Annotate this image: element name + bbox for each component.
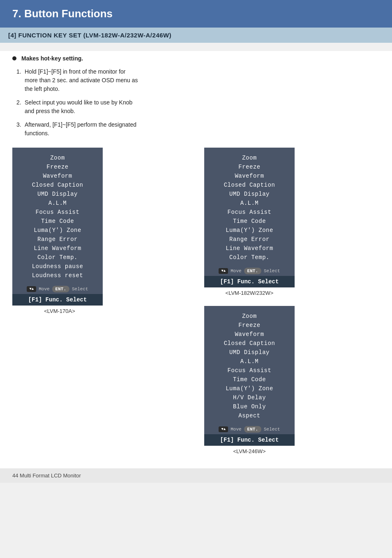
osd-item: Freeze: [204, 162, 295, 171]
osd-item: Zoom: [204, 312, 295, 321]
func-select-bar-right-bottom: [F1] Func. Select: [204, 434, 295, 446]
ent-button-left[interactable]: ENT.: [52, 286, 69, 292]
osd-item: Aspect: [204, 411, 295, 420]
osd-item: Loudness pause: [12, 262, 103, 271]
osd-item: Time Code: [12, 217, 103, 226]
func-select-bar-right-top: [F1] Func. Select: [204, 276, 295, 287]
osd-item: Closed Caption: [12, 181, 103, 190]
footer: 44 Multi Format LCD Monitor: [0, 468, 392, 483]
osd-item: Line Waveform: [204, 244, 295, 253]
osd-item: Focus Assist: [12, 208, 103, 217]
osd-item: UMD Display: [204, 190, 295, 199]
osd-item: UMD Display: [12, 190, 103, 199]
hot-key-title: Makes hot-key setting.: [12, 55, 380, 62]
osd-item: Loudness reset: [12, 271, 103, 280]
osd-item: Color Temp.: [204, 253, 295, 262]
osd-box-lvm182w: ZoomFreezeWaveformClosed CaptionUMD Disp…: [204, 148, 295, 287]
bullet-icon: [12, 56, 16, 60]
osd-item: H/V Delay: [204, 393, 295, 402]
osd-item: Luma(Y') Zone: [204, 384, 295, 393]
osd-item: Waveform: [12, 171, 103, 181]
model-label-lvm246w: <LVM-246W>: [233, 448, 265, 454]
func-select-bar-left: [F1] Func. Select: [12, 294, 103, 306]
osd-item: Time Code: [204, 217, 295, 226]
osd-item: Waveform: [204, 171, 295, 181]
section-header: [4] FUNCTION KEY SET (LVM-182W-A/232W-A/…: [0, 28, 392, 43]
ent-button-right-bottom[interactable]: ENT.: [244, 426, 261, 433]
osd-item: Luma(Y') Zone: [204, 226, 295, 235]
model-label-lvm182w: <LVM-182W/232W>: [226, 290, 274, 296]
ent-button-right-top[interactable]: ENT.: [244, 268, 261, 274]
instructions-list: Hold [F1]~[F5] in front of the monitor f…: [16, 67, 380, 138]
instruction-item-1: Hold [F1]~[F5] in front of the monitor f…: [16, 67, 380, 93]
osd-item: UMD Display: [204, 348, 295, 357]
osd-item: Zoom: [204, 153, 295, 162]
page-title: 7. Button Functions: [0, 0, 392, 28]
instruction-item-2: Select input you would like to use by Kn…: [16, 98, 380, 116]
osd-item: Line Waveform: [12, 244, 103, 253]
osd-item: A.L.M: [204, 357, 295, 366]
osd-item: Waveform: [204, 330, 295, 339]
osd-item: Range Error: [12, 235, 103, 244]
osd-box-lvm170a: ZoomFreezeWaveformClosed CaptionUMD Disp…: [12, 148, 103, 306]
osd-item: Time Code: [204, 375, 295, 384]
osd-item: Blue Only: [204, 402, 295, 411]
move-button-right-bottom[interactable]: ▼▲: [219, 426, 228, 432]
osd-item: A.L.M: [204, 199, 295, 208]
model-label-lvm170a: <LVM-170A>: [12, 308, 107, 314]
osd-item: Range Error: [204, 235, 295, 244]
osd-box-lvm246w: ZoomFreezeWaveformClosed CaptionUMD Disp…: [204, 306, 295, 446]
osd-item: Color Temp.: [12, 253, 103, 262]
osd-item: Zoom: [12, 153, 103, 162]
osd-item: A.L.M: [12, 199, 103, 208]
move-button-left[interactable]: ▼▲: [27, 286, 36, 292]
osd-item: Freeze: [204, 321, 295, 330]
osd-item: Luma(Y') Zone: [12, 226, 103, 235]
osd-item: Closed Caption: [204, 181, 295, 190]
move-button-right-top[interactable]: ▼▲: [219, 268, 228, 274]
osd-item: Freeze: [12, 162, 103, 171]
osd-item: Focus Assist: [204, 208, 295, 217]
osd-item: Closed Caption: [204, 339, 295, 348]
osd-item: Focus Assist: [204, 366, 295, 375]
instruction-item-3: Afterward, [F1]~[F5] perform the designa…: [16, 120, 380, 138]
